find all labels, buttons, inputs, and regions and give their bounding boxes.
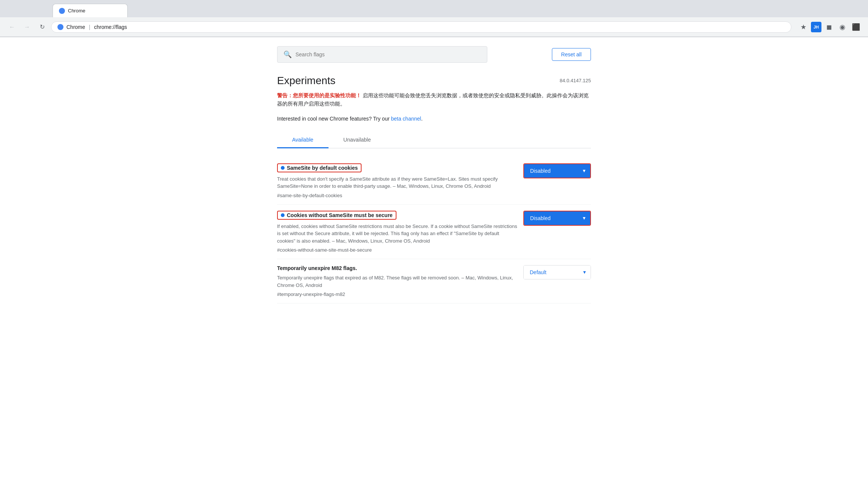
docs-button[interactable]: ◼ [823, 21, 835, 33]
flag-title-samesite: SameSite by default cookies [287, 165, 358, 171]
beta-channel-link[interactable]: beta channel [391, 116, 421, 122]
site-name: Chrome [66, 24, 85, 30]
flag-dot-2 [281, 213, 285, 217]
refresh-button[interactable]: ↻ [36, 21, 48, 33]
flag-title-badge-secure: Cookies without SameSite must be secure [277, 211, 396, 220]
flag-link-m82[interactable]: #temporary-unexpire-flags-m82 [277, 291, 345, 297]
beta-channel-text: Interested in cool new Chrome features? … [277, 116, 591, 122]
beta-text-period: . [421, 116, 423, 122]
tabs-container: Available Unavailable [277, 132, 591, 148]
bookmark-button[interactable]: ★ [797, 21, 809, 33]
nav-bar: ← → ↻ Chrome | chrome://flags ★ JH ◼ ◉ ⬛ [0, 17, 868, 37]
search-container: 🔍 Reset all [277, 46, 591, 63]
select-wrapper-m82[interactable]: Default Enabled Disabled ▼ [523, 265, 591, 279]
flag-link-samesite[interactable]: #same-site-by-default-cookies [277, 193, 342, 198]
flag-control-m82: Default Enabled Disabled ▼ [523, 265, 591, 279]
toolbar-icons: ★ JH ◼ ◉ ⬛ [797, 21, 862, 33]
flag-select-samesite[interactable]: Default Enabled Disabled [524, 164, 590, 178]
beta-text-prefix: Interested in cool new Chrome features? … [277, 116, 391, 122]
flag-title-badge-samesite: SameSite by default cookies [277, 163, 362, 172]
warning-box: 警告：您所要使用的是实验性功能！ 启用这些功能可能会致使您丢失浏览数据，或者致使… [277, 91, 591, 108]
flag-select-m82[interactable]: Default Enabled Disabled [524, 266, 591, 279]
flag-content-m82: Temporarily unexpire M82 flags. Temporar… [277, 265, 517, 297]
tab-label: Chrome [68, 8, 85, 14]
flag-select-secure[interactable]: Default Enabled Disabled [524, 211, 590, 225]
flag-title-row-3: Temporarily unexpire M82 flags. [277, 265, 517, 271]
flag-dot [281, 166, 285, 170]
experiments-header: Experiments 84.0.4147.125 [277, 75, 591, 87]
search-input[interactable] [295, 51, 481, 57]
tab-unavailable[interactable]: Unavailable [329, 132, 386, 148]
flag-control-secure: Default Enabled Disabled ▼ [523, 211, 591, 226]
tab-favicon [59, 8, 65, 14]
flag-content-samesite-secure: Cookies without SameSite must be secure … [277, 211, 517, 253]
select-wrapper-secure[interactable]: Default Enabled Disabled ▼ [523, 211, 591, 226]
flag-control-samesite: Default Enabled Disabled ▼ [523, 163, 591, 178]
flag-item-samesite-default: SameSite by default cookies Treat cookie… [277, 157, 591, 205]
flag-title-row: SameSite by default cookies [277, 163, 517, 172]
search-icon: 🔍 [283, 50, 292, 59]
flag-description-secure: If enabled, cookies without SameSite res… [277, 223, 517, 245]
flag-item-unexpire-m82: Temporarily unexpire M82 flags. Temporar… [277, 259, 591, 303]
flag-content-samesite-default: SameSite by default cookies Treat cookie… [277, 163, 517, 198]
flag-title-m82: Temporarily unexpire M82 flags. [277, 265, 357, 271]
flag-title-secure: Cookies without SameSite must be secure [287, 212, 393, 218]
address-bar[interactable]: Chrome | chrome://flags [51, 21, 791, 33]
url-text: chrome://flags [94, 24, 127, 30]
address-separator: | [89, 24, 90, 30]
browser-chrome: Chrome ← → ↻ Chrome | chrome://flags ★ J… [0, 0, 868, 37]
warning-title: 警告：您所要使用的是实验性功能！ [277, 92, 361, 98]
flag-link-secure[interactable]: #cookies-without-same-site-must-be-secur… [277, 247, 372, 253]
page-content: 🔍 Reset all Experiments 84.0.4147.125 警告… [265, 37, 603, 312]
forward-button[interactable]: → [21, 21, 33, 33]
flag-title-row-2: Cookies without SameSite must be secure [277, 211, 517, 220]
back-button[interactable]: ← [6, 21, 18, 33]
avatar-button[interactable]: JH [811, 22, 821, 32]
flag-item-samesite-secure: Cookies without SameSite must be secure … [277, 205, 591, 260]
reset-all-button[interactable]: Reset all [552, 48, 591, 61]
earth-button[interactable]: ◉ [836, 21, 848, 33]
page-title: Experiments [277, 75, 336, 87]
flag-description-m82: Temporarily unexpire flags that expired … [277, 274, 517, 289]
active-tab[interactable]: Chrome [53, 4, 128, 17]
version-text: 84.0.4147.125 [560, 78, 591, 83]
tab-available[interactable]: Available [277, 132, 329, 148]
extensions-button[interactable]: ⬛ [850, 21, 862, 33]
site-favicon [57, 24, 63, 30]
select-wrapper-samesite[interactable]: Default Enabled Disabled ▼ [523, 163, 591, 178]
tab-bar: Chrome [0, 0, 868, 17]
search-box[interactable]: 🔍 [277, 46, 487, 63]
flag-description-samesite: Treat cookies that don't specify a SameS… [277, 175, 517, 190]
